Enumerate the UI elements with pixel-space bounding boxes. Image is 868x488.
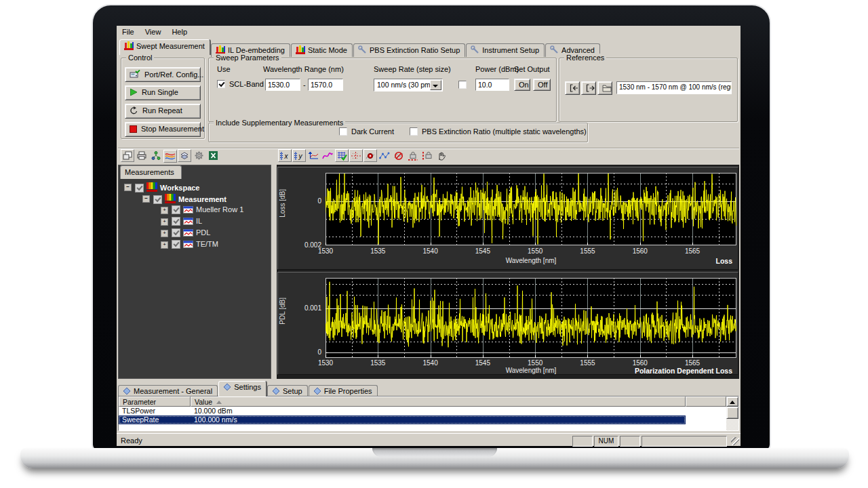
curves-icon[interactable] <box>163 150 177 163</box>
button-label: Port/Ref. Config... <box>144 70 203 79</box>
resize-grip[interactable] <box>731 437 739 445</box>
tree-item-il[interactable]: +IL <box>119 216 271 228</box>
marker-grid-icon[interactable] <box>349 149 363 162</box>
tree-item-measurement[interactable]: −Measurement <box>119 193 271 205</box>
tab-static-mode[interactable]: Static Mode <box>291 43 353 57</box>
dark-current-checkbox[interactable]: Dark Current <box>339 127 394 136</box>
power-input[interactable] <box>475 79 509 91</box>
expand-icon[interactable]: + <box>161 230 168 237</box>
zoom-curve-icon[interactable] <box>321 149 334 162</box>
menu-help[interactable]: Help <box>166 26 193 36</box>
lock-x-icon[interactable] <box>406 149 420 162</box>
tree-checkbox[interactable] <box>172 217 180 226</box>
workarea: Measurements −Workspace−Measurement+Muel… <box>118 165 739 379</box>
x-tick-label: 1550 <box>520 247 550 255</box>
tree-item-workspace[interactable]: −Workspace <box>119 182 271 193</box>
settings-table: Parameter Value TLSPower10.000 dBmSweepR… <box>118 396 739 431</box>
y-tick-label: 0.001 <box>293 304 321 312</box>
output-off-button[interactable]: Off <box>533 79 551 91</box>
menu-bar: FileViewHelp <box>117 26 741 39</box>
new-window-icon[interactable] <box>121 149 134 162</box>
port-ref-config-button[interactable]: Port/Ref. Config... <box>125 67 201 82</box>
scl-band-checkbox-box[interactable] <box>217 80 225 88</box>
grid-apply-icon[interactable] <box>335 149 349 162</box>
expand-icon[interactable]: + <box>161 207 168 214</box>
dark-current-checkbox-box[interactable] <box>339 127 347 136</box>
tab-swept-measurement[interactable]: Swept Measurement <box>119 39 210 55</box>
menu-file[interactable]: File <box>117 26 140 36</box>
axes-icon[interactable] <box>307 149 320 162</box>
scroll-up-button[interactable] <box>726 396 738 407</box>
reference-value-field[interactable]: 1530 nm - 1570 nm @ 100 nm/s (regular) <box>616 81 732 94</box>
ref-store-button[interactable] <box>581 81 596 95</box>
wavelength-to-input[interactable] <box>308 79 343 91</box>
menu-view[interactable]: View <box>140 26 167 36</box>
layers-icon[interactable] <box>178 149 191 162</box>
tree-checkbox[interactable] <box>172 240 180 249</box>
ref-store-icon <box>586 85 595 94</box>
y-tick-label: 0 <box>293 348 321 356</box>
diamond-icon <box>123 387 131 396</box>
lock-y-icon[interactable] <box>420 149 434 162</box>
run-single-button[interactable]: Run Single <box>125 85 201 100</box>
tab-label: Swept Measurement <box>136 42 205 50</box>
collapse-icon[interactable]: − <box>142 195 150 203</box>
expand-icon[interactable]: + <box>161 218 168 226</box>
scl-band-checkbox[interactable]: SCL-Band <box>217 80 264 88</box>
tab-label: PBS Extinction Ratio Setup <box>370 46 460 54</box>
output-on-button[interactable]: On <box>514 79 530 91</box>
run-repeat-button[interactable]: Run Repeat <box>125 104 201 119</box>
collapse-icon[interactable]: − <box>124 184 132 191</box>
tree-checkbox[interactable] <box>153 195 162 204</box>
trace-points-icon[interactable] <box>378 149 391 162</box>
x-tick-label: 1545 <box>468 359 498 367</box>
column-header-value[interactable]: Value <box>191 396 686 407</box>
tree-checkbox[interactable] <box>135 184 144 192</box>
marker-dot-icon[interactable] <box>363 149 377 162</box>
stop-measurement-button[interactable]: Stop Measurement <box>125 122 201 137</box>
zoom-x-icon[interactable]: x <box>278 149 292 162</box>
tab-settings[interactable]: Settings <box>218 381 267 396</box>
x-axis-label: Wavelength [nm] <box>326 257 736 264</box>
print-icon[interactable] <box>135 149 149 162</box>
cell-parameter: TLSPower <box>119 407 191 415</box>
excel-export-icon[interactable] <box>206 149 220 162</box>
table-row-tlspower[interactable]: TLSPower10.000 dBm <box>119 407 726 415</box>
table-row-sweeprate[interactable]: SweepRate100.000 nm/s <box>119 415 726 424</box>
zoom-y-icon[interactable]: y <box>292 149 306 162</box>
trace-clear-icon[interactable] <box>392 149 406 162</box>
tab-measurements[interactable]: Measurements <box>120 165 182 179</box>
tree-item-pdl[interactable]: +PDL <box>119 228 271 239</box>
wavelength-from-input[interactable] <box>265 79 300 91</box>
ref-recall-button[interactable] <box>565 81 580 95</box>
diamond-icon <box>272 387 280 396</box>
chart-plot <box>326 173 736 245</box>
table-scrollbar[interactable] <box>726 396 738 430</box>
power-auto-checkbox[interactable] <box>458 81 467 89</box>
folder-button[interactable] <box>597 81 612 95</box>
tab-pbs-extinction-ratio-setup[interactable]: PBS Extinction Ratio Setup <box>353 43 465 57</box>
pbs-checkbox-box[interactable] <box>410 127 418 136</box>
tree-item-mueller-row-1[interactable]: +Mueller Row 1 <box>119 205 271 216</box>
tree-checkbox[interactable] <box>172 228 180 237</box>
status-pane-1 <box>572 436 593 447</box>
expand-icon[interactable]: + <box>161 241 168 249</box>
x-tick-label: 1555 <box>572 247 602 255</box>
tab-instrument-setup[interactable]: Instrument Setup <box>466 43 545 57</box>
column-header-parameter[interactable]: Parameter <box>119 396 191 407</box>
button-label: Stop Measurement <box>141 125 204 133</box>
workspace-toolbar <box>121 149 220 163</box>
scrollbar-thumb[interactable] <box>726 407 738 419</box>
gear-icon[interactable] <box>192 149 205 162</box>
references-group-title: References <box>564 54 606 62</box>
tree-item-te-tm[interactable]: +TE/TM <box>119 239 271 251</box>
tree-checkbox[interactable] <box>172 205 180 214</box>
pbs-checkbox[interactable]: PBS Extinction Ratio (multiple static wa… <box>410 127 587 136</box>
splitter[interactable] <box>271 165 277 379</box>
pan-hand-icon[interactable] <box>435 149 448 162</box>
sweep-rate-select[interactable]: 100 nm/s (30 pm) <box>374 79 443 92</box>
hierarchy-icon[interactable] <box>149 149 163 162</box>
trace-icon <box>183 218 193 226</box>
tab-label: Static Mode <box>308 46 347 54</box>
sweep-rate-dropdown-button[interactable] <box>430 80 441 90</box>
